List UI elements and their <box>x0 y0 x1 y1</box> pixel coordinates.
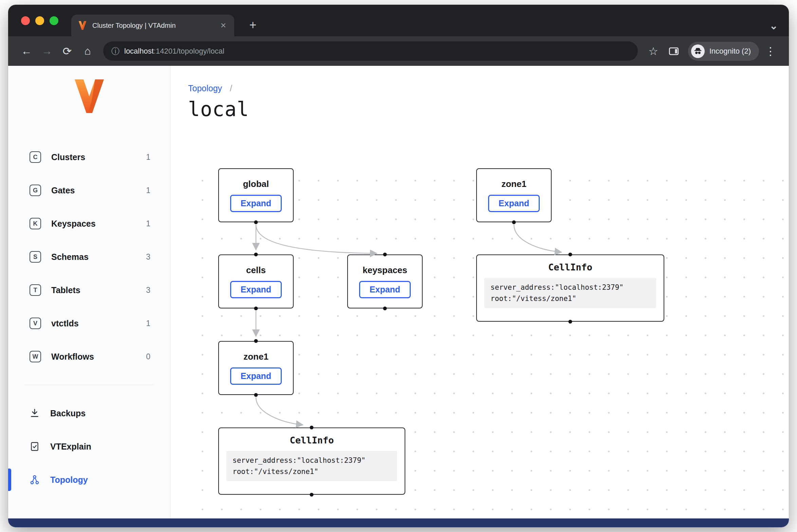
node-title: zone1 <box>243 352 268 362</box>
new-tab-button[interactable]: + <box>246 18 260 32</box>
breadcrumb-topology-link[interactable]: Topology <box>188 83 222 93</box>
reload-button[interactable]: ⟳ <box>58 42 76 60</box>
sidebar-item-label: Tablets <box>51 285 80 295</box>
schemas-letter-icon: S <box>30 251 41 263</box>
sidebar-item-label: Schemas <box>51 252 89 262</box>
sidebar-item-topology[interactable]: Topology <box>8 463 170 496</box>
sidebar-divider <box>24 385 154 385</box>
document-check-icon <box>29 440 41 453</box>
sidebar-item-label: Gates <box>51 186 75 195</box>
side-panel-icon[interactable] <box>665 42 683 60</box>
sidebar-item-backups[interactable]: Backups <box>8 397 170 430</box>
bookmark-star-icon[interactable]: ☆ <box>645 42 662 60</box>
home-button[interactable]: ⌂ <box>79 42 96 60</box>
sidebar-item-label: Keyspaces <box>51 219 96 229</box>
tab-close-icon[interactable]: × <box>219 21 227 30</box>
tablets-letter-icon: T <box>30 284 41 296</box>
code-line: server_address:"localhost:2379" <box>233 455 391 466</box>
expand-button[interactable]: Expand <box>488 195 540 212</box>
sidebar-item-label: Clusters <box>51 152 85 162</box>
vitess-favicon-icon <box>78 21 87 30</box>
browser-window: Cluster Topology | VTAdmin × + ⌄ ← → ⟳ ⌂… <box>8 5 789 527</box>
topology-network-icon <box>29 474 41 486</box>
incognito-badge: Incognito (2) <box>688 42 759 61</box>
sidebar-item-schemas[interactable]: S Schemas 3 <box>8 240 170 273</box>
expand-button[interactable]: Expand <box>230 195 282 212</box>
sidebar-item-clusters[interactable]: C Clusters 1 <box>8 140 170 174</box>
browser-tab[interactable]: Cluster Topology | VTAdmin × <box>71 15 234 36</box>
sidebar-item-label: vtctlds <box>51 319 79 328</box>
node-cellinfo-nested: CellInfo server_address:"localhost:2379"… <box>218 428 405 495</box>
sidebar-item-label: VTExplain <box>50 442 91 452</box>
gates-letter-icon: G <box>30 185 41 196</box>
forward-button[interactable]: → <box>38 42 56 60</box>
download-icon <box>29 407 41 419</box>
sidebar-item-vtctlds[interactable]: V vtctlds 1 <box>8 307 170 340</box>
node-title: CellInfo <box>290 435 334 445</box>
code-line: root:"/vitess/zone1" <box>233 466 391 477</box>
count-badge: 1 <box>146 153 150 162</box>
vitess-logo[interactable] <box>75 79 104 117</box>
sidebar-item-label: Topology <box>50 475 88 485</box>
topology-canvas: global Expand zone1 Expand cells Expand … <box>187 168 785 517</box>
node-cellinfo-zone1: CellInfo server_address:"localhost:2379"… <box>476 254 664 322</box>
count-badge: 1 <box>146 219 150 228</box>
url-bar[interactable]: ⓘ localhost:14201/topology/local <box>103 41 638 61</box>
node-title: keyspaces <box>363 265 407 276</box>
count-badge: 0 <box>146 352 150 361</box>
workflows-letter-icon: W <box>30 351 41 362</box>
node-zone1: zone1 Expand <box>476 168 552 222</box>
page-title: local <box>188 98 249 121</box>
sidebar-item-label: Backups <box>50 408 86 418</box>
breadcrumb: Topology / <box>188 83 232 93</box>
node-global: global Expand <box>218 168 294 222</box>
sidebar-item-vtexplain[interactable]: VTExplain <box>8 430 170 463</box>
sidebar-item-gates[interactable]: G Gates 1 <box>8 174 170 207</box>
count-badge: 1 <box>146 186 150 195</box>
keyspaces-letter-icon: K <box>30 218 41 229</box>
node-title: cells <box>246 265 266 276</box>
browser-toolbar: ← → ⟳ ⌂ ⓘ localhost:14201/topology/local… <box>8 36 789 66</box>
traffic-lights <box>21 16 58 25</box>
tab-strip: Cluster Topology | VTAdmin × + ⌄ <box>8 5 789 36</box>
cellinfo-code: server_address:"localhost:2379" root:"/v… <box>484 278 656 308</box>
node-title: global <box>243 179 269 189</box>
cellinfo-code: server_address:"localhost:2379" root:"/v… <box>226 451 397 481</box>
node-title: CellInfo <box>548 262 592 272</box>
url-host: localhost <box>124 47 154 55</box>
vtctlds-letter-icon: V <box>30 318 41 329</box>
sidebar-item-tablets[interactable]: T Tablets 3 <box>8 273 170 307</box>
expand-button[interactable]: Expand <box>359 281 411 298</box>
site-info-icon[interactable]: ⓘ <box>111 46 119 57</box>
page-content: C Clusters 1 G Gates 1 K Keyspaces 1 S S… <box>8 66 789 527</box>
code-line: root:"/vitess/zone1" <box>490 293 650 304</box>
tab-search-chevron-icon[interactable]: ⌄ <box>770 20 778 32</box>
zoom-window-button[interactable] <box>50 16 58 25</box>
main-content: Topology / local global Expand zone1 Exp… <box>170 66 789 527</box>
sidebar: C Clusters 1 G Gates 1 K Keyspaces 1 S S… <box>8 66 170 527</box>
expand-button[interactable]: Expand <box>230 281 282 298</box>
breadcrumb-separator: / <box>230 83 232 93</box>
footer-bar <box>8 518 789 527</box>
code-line: server_address:"localhost:2379" <box>490 282 650 293</box>
active-indicator <box>8 469 11 491</box>
node-keyspaces: keyspaces Expand <box>347 254 423 308</box>
incognito-icon <box>691 44 705 58</box>
count-badge: 3 <box>146 252 150 262</box>
sidebar-item-workflows[interactable]: W Workflows 0 <box>8 340 170 373</box>
back-button[interactable]: ← <box>18 42 35 60</box>
count-badge: 1 <box>146 319 150 328</box>
minimize-window-button[interactable] <box>35 16 44 25</box>
expand-button[interactable]: Expand <box>230 367 282 385</box>
clusters-letter-icon: C <box>30 151 41 163</box>
node-title: zone1 <box>501 179 526 189</box>
sidebar-item-label: Workflows <box>51 352 94 362</box>
menu-dots-icon[interactable]: ⋮ <box>762 42 779 60</box>
count-badge: 3 <box>146 286 150 295</box>
close-window-button[interactable] <box>21 16 30 25</box>
tab-title: Cluster Topology | VTAdmin <box>92 22 219 30</box>
sidebar-item-keyspaces[interactable]: K Keyspaces 1 <box>8 207 170 240</box>
node-cells: cells Expand <box>218 254 294 308</box>
sidebar-nav: C Clusters 1 G Gates 1 K Keyspaces 1 S S… <box>8 140 170 373</box>
incognito-label: Incognito (2) <box>709 47 751 56</box>
